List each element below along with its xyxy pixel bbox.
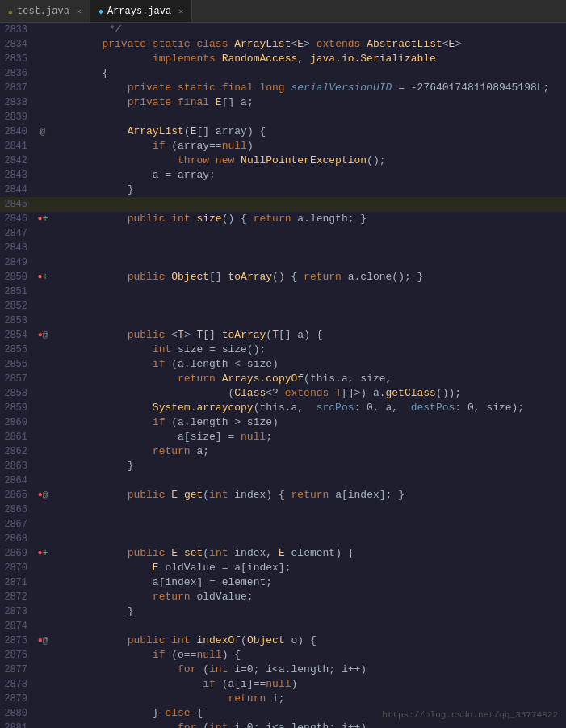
code-line: 2862 return a; [0, 444, 566, 459]
line-number: 2870 [0, 561, 34, 575]
line-number: 2838 [0, 95, 34, 110]
code-text [52, 284, 566, 299]
gutter: ●+ [34, 270, 52, 284]
line-number: 2834 [0, 37, 34, 52]
code-text: for (int i=0; i<a.length; i++) [52, 721, 566, 728]
code-text: return i; [52, 692, 566, 706]
code-text: private static final long serialVersionU… [52, 81, 566, 95]
tab-test-java[interactable]: ☕ test.java ✕ [0, 0, 90, 22]
code-line: 2856 if (a.length < size) [0, 357, 566, 372]
gutter: ●@ [34, 488, 52, 503]
line-number: 2837 [0, 81, 34, 95]
line-number: 2861 [0, 430, 34, 444]
gutter [34, 401, 52, 415]
line-number: 2848 [0, 241, 34, 255]
code-line: 2833 */ [0, 23, 566, 37]
gutter [34, 110, 52, 124]
line-number: 2866 [0, 503, 34, 517]
code-line: 2846●+ public int size() { return a.leng… [0, 212, 566, 226]
gutter [34, 517, 52, 532]
gutter [34, 299, 52, 314]
editor: 2833 */2834 private static class ArrayLi… [0, 23, 566, 728]
code-text: */ [52, 23, 566, 37]
code-text: } [52, 183, 566, 197]
code-line: 2836 { [0, 66, 566, 81]
code-text [52, 473, 566, 488]
code-line: 2853 [0, 314, 566, 328]
gutter [34, 183, 52, 197]
code-text: if (o==null) { [52, 648, 566, 663]
gutter: ●@ [34, 633, 52, 648]
code-text: implements RandomAccess, java.io.Seriali… [52, 52, 566, 66]
line-number: 2850 [0, 270, 34, 284]
gutter [34, 95, 52, 110]
code-line: 2876 if (o==null) { [0, 648, 566, 663]
code-line: 2874 [0, 619, 566, 633]
gutter [34, 372, 52, 386]
code-text: return a; [52, 444, 566, 459]
code-text [52, 255, 566, 270]
code-line: 2841 if (array==null) [0, 139, 566, 154]
code-line: 2834 private static class ArrayList<E> e… [0, 37, 566, 52]
code-text: if (a.length < size) [52, 357, 566, 372]
code-line: 2869●+ public E set(int index, E element… [0, 546, 566, 561]
gutter [34, 284, 52, 299]
tab-test-java-close[interactable]: ✕ [77, 6, 82, 16]
tab-arrays-java-label: Arrays.java [107, 6, 171, 17]
gutter [34, 706, 52, 721]
line-number: 2845 [0, 197, 34, 212]
gutter [34, 677, 52, 692]
code-line: 2838 private final E[] a; [0, 95, 566, 110]
gutter [34, 430, 52, 444]
code-line: 2842 throw new NullPointerException(); [0, 154, 566, 168]
code-text: public E set(int index, E element) { [52, 546, 566, 561]
line-number: 2880 [0, 706, 34, 721]
line-number: 2846 [0, 212, 34, 226]
tab-arrays-java-close[interactable]: ✕ [178, 6, 183, 16]
gutter: ●+ [34, 212, 52, 226]
line-number: 2836 [0, 66, 34, 81]
line-number: 2856 [0, 357, 34, 372]
code-text: private final E[] a; [52, 95, 566, 110]
code-text: for (int i=0; i<a.length; i++) [52, 663, 566, 677]
line-number: 2872 [0, 590, 34, 604]
gutter [34, 23, 52, 37]
line-number: 2839 [0, 110, 34, 124]
code-text [52, 314, 566, 328]
gutter [34, 343, 52, 357]
line-number: 2855 [0, 343, 34, 357]
code-text: public int size() { return a.length; } [52, 212, 566, 226]
tab-arrays-java[interactable]: ◆ Arrays.java ✕ [90, 0, 192, 22]
line-number: 2863 [0, 459, 34, 473]
line-number: 2851 [0, 284, 34, 299]
gutter [34, 532, 52, 546]
gutter [34, 37, 52, 52]
line-number: 2843 [0, 168, 34, 183]
gutter [34, 415, 52, 430]
code-line: 2881 for (int i=0; i<a.length; i++) [0, 721, 566, 728]
line-number: 2878 [0, 677, 34, 692]
line-number: 2874 [0, 619, 34, 633]
code-text [52, 532, 566, 546]
code-line: 2837 private static final long serialVer… [0, 81, 566, 95]
code-line: 2865●@ public E get(int index) { return … [0, 488, 566, 503]
line-number: 2840 [0, 124, 34, 139]
gutter [34, 314, 52, 328]
code-text: } [52, 604, 566, 619]
gutter [34, 459, 52, 473]
code-text: private static class ArrayList<E> extend… [52, 37, 566, 52]
java-icon: ☕ [8, 6, 13, 16]
line-number: 2842 [0, 154, 34, 168]
code-line: 2857 return Arrays.copyOf(this.a, size, [0, 372, 566, 386]
code-line: 2866 [0, 503, 566, 517]
code-line: 2854●@ public <T> T[] toArray(T[] a) { [0, 328, 566, 343]
gutter [34, 561, 52, 575]
code-line: 2860 if (a.length > size) [0, 415, 566, 430]
code-text: return Arrays.copyOf(this.a, size, [52, 372, 566, 386]
tab-bar: ☕ test.java ✕ ◆ Arrays.java ✕ [0, 0, 566, 23]
code-text: throw new NullPointerException(); [52, 154, 566, 168]
code-text: (Class<? extends T[]>) a.getClass()); [52, 386, 566, 401]
code-line: 2843 a = array; [0, 168, 566, 183]
line-number: 2857 [0, 372, 34, 386]
code-line: 2880 } else { [0, 706, 566, 721]
